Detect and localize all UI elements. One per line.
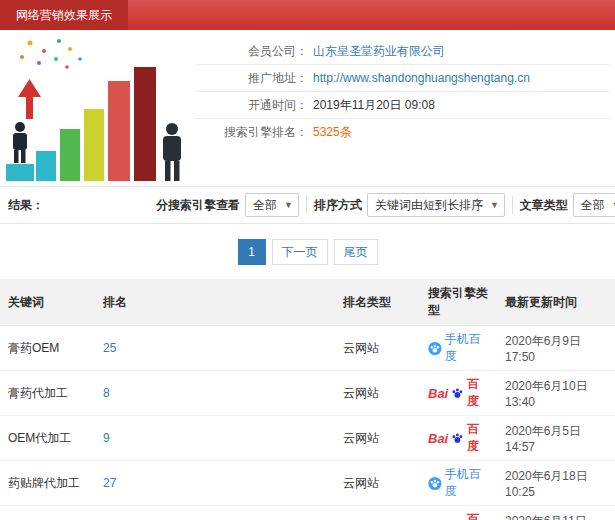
- rank-link[interactable]: 8: [103, 386, 110, 400]
- engine-cell: Bai 百度: [420, 416, 497, 461]
- article-type-filter-group: 文章类型 全部 ▼: [520, 193, 615, 217]
- engine-select-value: 全部: [253, 197, 277, 214]
- article-type-filter-label: 文章类型: [520, 197, 568, 214]
- header-engine-type: 搜索引擎类型: [420, 279, 497, 326]
- updated-cell: 2020年6月5日 14:57: [497, 416, 615, 461]
- results-table: 关键词 排名 排名类型 搜索引擎类型 最新更新时间 膏药OEM 25 云网站 手…: [0, 279, 615, 520]
- company-label: 会员公司：: [196, 43, 308, 60]
- engine-baidu: Bai 百度: [428, 421, 489, 455]
- page-current[interactable]: 1: [238, 239, 266, 265]
- table-header-row: 关键词 排名 排名类型 搜索引擎类型 最新更新时间: [0, 279, 615, 326]
- baidu-cn-label: 百度: [467, 421, 489, 455]
- rank-cell: 25: [95, 326, 335, 371]
- engine-filter-group: 分搜索引擎查看 全部 ▼: [156, 193, 299, 217]
- up-arrow-icon: [18, 79, 41, 119]
- engine-cell: 手机百度: [420, 326, 497, 371]
- rank-link[interactable]: 25: [103, 341, 116, 355]
- rank-link[interactable]: 9: [103, 431, 110, 445]
- chevron-down-icon: ▼: [490, 200, 499, 210]
- rank-cell: 8: [95, 371, 335, 416]
- company-link[interactable]: 山东皇圣堂药业有限公司: [313, 43, 445, 60]
- top-bar: 网络营销效果展示: [0, 0, 615, 30]
- baidu-cn-label: 百度: [467, 511, 489, 520]
- pagination: 1 下一页 尾页: [0, 239, 615, 265]
- engine-cell: 手机百度: [420, 461, 497, 506]
- rank-cell: 9: [95, 416, 335, 461]
- member-info-panel: 会员公司： 山东皇圣堂药业有限公司 推广地址： http://www.shand…: [196, 30, 615, 186]
- engine-mobile-baidu: 手机百度: [428, 466, 489, 500]
- bars: [36, 67, 156, 181]
- sort-filter-label: 排序方式: [314, 197, 362, 214]
- rank-type-cell: 云网站: [335, 326, 420, 371]
- page-next-button[interactable]: 下一页: [272, 239, 328, 265]
- filter-divider: [306, 196, 307, 214]
- keyword-cell: 膏药OEM: [0, 326, 95, 371]
- header-rank-type: 排名类型: [335, 279, 420, 326]
- sort-select[interactable]: 关键词由短到长排序 ▼: [367, 193, 505, 217]
- engine-label: 手机百度: [445, 466, 489, 500]
- updated-cell: 2020年6月9日 17:50: [497, 326, 615, 371]
- header-keyword: 关键词: [0, 279, 95, 326]
- engine-baidu: Bai 百度: [428, 376, 489, 410]
- updated-cell: 2020年6月11日 11:18: [497, 506, 615, 520]
- open-time-label: 开通时间：: [196, 97, 308, 114]
- promo-url-label: 推广地址：: [196, 70, 308, 87]
- rank-type-cell: 云网站: [335, 461, 420, 506]
- table-row: 膏药代加工 8 云网站 Bai 百度 2020年6月10日 13:40: [0, 371, 615, 416]
- rank-type-cell: 云网站: [335, 506, 420, 520]
- mobile-baidu-icon: [428, 476, 442, 491]
- rank-link[interactable]: 27: [103, 476, 116, 490]
- engine-label: 手机百度: [445, 331, 489, 365]
- confetti-dots: [20, 39, 82, 69]
- app-title-tab: 网络营销效果展示: [0, 0, 128, 30]
- engine-cell: Bai 百度: [420, 371, 497, 416]
- illustration-container: [0, 30, 196, 186]
- chevron-down-icon: ▼: [284, 200, 293, 210]
- table-row: OEM代加工 9 云网站 Bai 百度 2020年6月5日 14:57: [0, 416, 615, 461]
- open-time-value: 2019年11月20日 09:08: [313, 97, 435, 114]
- engine-select[interactable]: 全部 ▼: [245, 193, 299, 217]
- rank-type-cell: 云网站: [335, 371, 420, 416]
- person-right-figure: [163, 123, 181, 181]
- info-row-url: 推广地址： http://www.shandonghuangshengtang.…: [196, 65, 609, 92]
- result-label: 结果：: [8, 197, 44, 214]
- table-row: 北京膏药贴牌 1 云网站 Bai 百度 2020年6月11日 11:18: [0, 506, 615, 520]
- ranking-count-label: 搜索引擎排名：: [196, 124, 308, 141]
- engine-baidu: Bai 百度: [428, 511, 489, 520]
- growth-chart-illustration: [4, 33, 194, 183]
- top-section: 会员公司： 山东皇圣堂药业有限公司 推广地址： http://www.shand…: [0, 30, 615, 186]
- filter-bar: 结果： 分搜索引擎查看 全部 ▼ 排序方式 关键词由短到长排序 ▼ 文章类型 全…: [0, 186, 615, 224]
- mobile-baidu-icon: [428, 341, 442, 356]
- page-last-button[interactable]: 尾页: [334, 239, 378, 265]
- header-rank: 排名: [95, 279, 335, 326]
- rank-cell: 27: [95, 461, 335, 506]
- baidu-wordmark: Bai: [428, 431, 448, 446]
- baidu-cn-label: 百度: [467, 376, 489, 410]
- info-row-open-time: 开通时间： 2019年11月20日 09:08: [196, 92, 609, 119]
- promo-url-link[interactable]: http://www.shandonghuangshengtang.cn: [313, 71, 530, 85]
- filter-divider: [512, 196, 513, 214]
- updated-cell: 2020年6月18日 10:25: [497, 461, 615, 506]
- updated-cell: 2020年6月10日 13:40: [497, 371, 615, 416]
- keyword-cell: 药贴牌代加工: [0, 461, 95, 506]
- info-row-company: 会员公司： 山东皇圣堂药业有限公司: [196, 38, 609, 65]
- keyword-cell: 膏药代加工: [0, 371, 95, 416]
- baidu-paw-icon: [451, 431, 464, 445]
- article-type-select-value: 全部: [581, 197, 605, 214]
- engine-filter-label: 分搜索引擎查看: [156, 197, 240, 214]
- rank-cell: 1: [95, 506, 335, 520]
- ranking-count-value: 5325条: [313, 124, 352, 141]
- table-row: 膏药OEM 25 云网站 手机百度 2020年6月9日 17:50: [0, 326, 615, 371]
- baidu-paw-icon: [451, 386, 464, 400]
- info-row-ranking-count: 搜索引擎排名： 5325条: [196, 119, 609, 146]
- rank-type-cell: 云网站: [335, 416, 420, 461]
- header-updated: 最新更新时间: [497, 279, 615, 326]
- baidu-wordmark: Bai: [428, 386, 448, 401]
- keyword-cell: 北京膏药贴牌: [0, 506, 95, 520]
- sort-select-value: 关键词由短到长排序: [375, 197, 483, 214]
- table-row: 药贴牌代加工 27 云网站 手机百度 2020年6月18日 10:25: [0, 461, 615, 506]
- keyword-cell: OEM代加工: [0, 416, 95, 461]
- engine-mobile-baidu: 手机百度: [428, 331, 489, 365]
- engine-cell: Bai 百度: [420, 506, 497, 520]
- article-type-select[interactable]: 全部 ▼: [573, 193, 615, 217]
